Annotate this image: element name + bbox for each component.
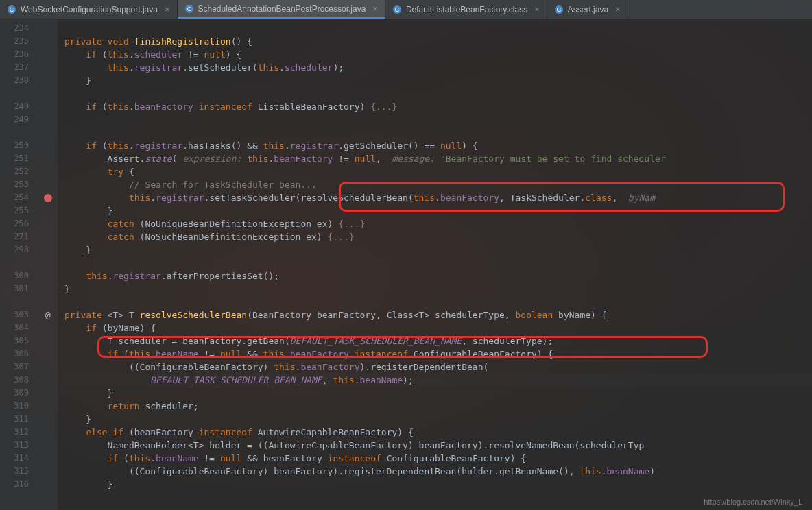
line-number: 301	[0, 282, 38, 295]
line-number: 252	[0, 165, 38, 178]
code-line[interactable]: catch (NoSuchBeanDefinitionException ex)…	[64, 230, 812, 243]
svg-text:C: C	[10, 6, 14, 13]
code-line[interactable]: ((ConfigurableBeanFactory) this.beanFact…	[64, 361, 812, 374]
code-line[interactable]: if (this.beanFactory instanceof Listable…	[64, 100, 812, 113]
line-number: 256	[0, 217, 38, 230]
tab-label: WebSocketConfigurationSupport.java	[21, 5, 158, 14]
gutter-mark-slot[interactable]	[38, 22, 58, 35]
code-line[interactable]: private void finishRegistration() {	[64, 35, 812, 48]
gutter-mark-slot[interactable]	[38, 348, 58, 361]
gutter-mark-slot[interactable]	[38, 413, 58, 426]
gutter-mark-slot[interactable]	[38, 387, 58, 400]
code-line[interactable]	[64, 87, 812, 100]
gutter-mark-slot[interactable]	[38, 426, 58, 439]
line-number: 250	[0, 139, 38, 152]
gutter-mark-slot[interactable]	[38, 439, 58, 452]
override-icon: @	[45, 310, 51, 320]
code-line[interactable]: DEFAULT_TASK_SCHEDULER_BEAN_NAME, this.b…	[64, 374, 812, 387]
code-line[interactable]: NamedBeanHolder<T> holder = ((AutowireCa…	[64, 439, 812, 452]
code-line[interactable]	[64, 22, 812, 35]
code-line[interactable]: if (byName) {	[64, 321, 812, 335]
code-area[interactable]: private void finishRegistration() { if (…	[58, 19, 812, 510]
gutter-mark-slot[interactable]	[38, 87, 58, 100]
gutter-mark-slot[interactable]	[38, 243, 58, 256]
code-line[interactable]: return scheduler;	[64, 400, 812, 413]
code-line[interactable]: }	[64, 243, 812, 256]
gutter-mark-slot[interactable]	[38, 269, 58, 282]
gutter-mark-slot[interactable]	[38, 374, 58, 387]
code-line[interactable]: }	[64, 387, 812, 400]
gutter-mark-slot[interactable]	[38, 178, 58, 191]
gutter-mark-slot[interactable]	[38, 465, 58, 478]
code-line[interactable]: }	[64, 282, 812, 295]
gutter-mark-slot[interactable]	[38, 282, 58, 295]
gutter-mark-slot[interactable]	[38, 478, 58, 491]
gutter-mark-slot[interactable]	[38, 74, 58, 87]
code-line[interactable]	[64, 126, 812, 139]
breakpoint-icon[interactable]	[44, 194, 52, 202]
gutter-mark-slot[interactable]	[38, 230, 58, 243]
gutter-mark-slot[interactable]	[38, 61, 58, 74]
gutter-mark-slot[interactable]	[38, 139, 58, 152]
code-line[interactable]: try {	[64, 165, 812, 178]
close-icon[interactable]: ×	[615, 4, 621, 14]
editor-tab[interactable]: CScheduledAnnotationBeanPostProcessor.ja…	[178, 0, 385, 19]
code-line[interactable]: if (this.beanName != null && beanFactory…	[64, 452, 812, 465]
code-line[interactable]: }	[64, 74, 812, 87]
gutter-mark-slot[interactable]	[38, 35, 58, 48]
gutter-mark-slot[interactable]	[38, 152, 58, 165]
gutter-mark-slot[interactable]	[38, 113, 58, 126]
line-number: 300	[0, 269, 38, 282]
gutter-mark-slot[interactable]	[38, 126, 58, 139]
code-line[interactable]: // Search for TaskScheduler bean...	[64, 178, 812, 191]
code-line[interactable]: }	[64, 413, 812, 426]
code-line[interactable]	[64, 113, 812, 126]
code-line[interactable]: Assert.state( expression: this.beanFacto…	[64, 152, 812, 165]
line-number	[0, 295, 38, 308]
gutter-mark-slot[interactable]	[38, 295, 58, 308]
gutter-mark-slot[interactable]	[38, 165, 58, 178]
gutter-mark-slot[interactable]: @	[38, 308, 58, 321]
close-icon[interactable]: ×	[372, 3, 378, 14]
gutter-mark-slot[interactable]	[38, 321, 58, 335]
line-number: 238	[0, 74, 38, 87]
gutter-mark-slot[interactable]	[38, 217, 58, 230]
gutter-mark-slot[interactable]	[38, 361, 58, 374]
gutter-mark-slot[interactable]	[38, 400, 58, 413]
gutter-mark-slot[interactable]	[38, 452, 58, 465]
code-line[interactable]: catch (NoUniqueBeanDefinitionException e…	[64, 217, 812, 230]
gutter-mark-slot[interactable]	[38, 204, 58, 217]
code-line[interactable]: this.registrar.setScheduler(this.schedul…	[64, 61, 812, 74]
code-line[interactable]	[64, 295, 812, 308]
editor-tab[interactable]: CAssert.java×	[547, 0, 628, 19]
code-line[interactable]: if (this.scheduler != null) {	[64, 48, 812, 61]
code-line[interactable]: if (this.beanName != null && this.beanFa…	[64, 348, 812, 361]
line-number: 254	[0, 191, 38, 204]
code-line[interactable]: else if (beanFactory instanceof Autowire…	[64, 426, 812, 439]
gutter-mark-slot[interactable]	[38, 48, 58, 61]
code-line[interactable]: this.registrar.setTaskScheduler(resolveS…	[64, 191, 812, 204]
gutter-mark-slot[interactable]	[38, 191, 58, 204]
line-number: 314	[0, 452, 38, 465]
line-number: 306	[0, 348, 38, 361]
editor-tab[interactable]: CWebSocketConfigurationSupport.java×	[0, 0, 178, 19]
code-line[interactable]: this.registrar.afterPropertiesSet();	[64, 269, 812, 282]
code-line[interactable]: }	[64, 204, 812, 217]
code-line[interactable]: ((ConfigurableBeanFactory) beanFactory).…	[64, 465, 812, 478]
editor-tab[interactable]: CDefaultListableBeanFactory.class×	[385, 0, 547, 19]
close-icon[interactable]: ×	[165, 4, 170, 14]
line-number: 305	[0, 335, 38, 348]
code-line[interactable]: }	[64, 478, 812, 491]
code-line[interactable]: if (this.registrar.hasTasks() && this.re…	[64, 139, 812, 152]
gutter-mark-slot[interactable]	[38, 256, 58, 269]
gutter-mark-slot[interactable]	[38, 100, 58, 113]
line-number: 315	[0, 465, 38, 478]
tab-label: Assert.java	[568, 5, 608, 14]
gutter-mark-slot[interactable]	[38, 335, 58, 348]
editor-tabs: CWebSocketConfigurationSupport.java×CSch…	[0, 0, 812, 19]
code-line[interactable]: private <T> T resolveSchedulerBean(BeanF…	[64, 308, 812, 321]
code-line[interactable]: T scheduler = beanFactory.getBean(DEFAUL…	[64, 335, 812, 348]
code-line[interactable]	[64, 256, 812, 269]
close-icon[interactable]: ×	[534, 4, 540, 14]
line-number: 304	[0, 321, 38, 335]
